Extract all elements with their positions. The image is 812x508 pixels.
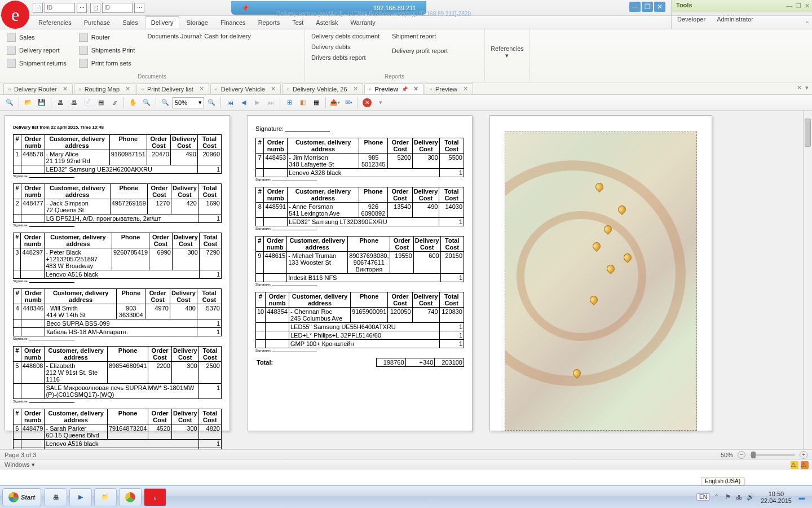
tab-close[interactable]: ✕ bbox=[463, 85, 468, 93]
menu-asterisk[interactable]: Asterisk bbox=[310, 17, 343, 28]
ribbon-item[interactable]: Delivery profit report bbox=[390, 46, 450, 55]
ribbon-item[interactable]: Drivers debts report bbox=[309, 53, 382, 62]
quick-print-icon[interactable]: 🖶 bbox=[68, 97, 80, 109]
tab-close[interactable]: ✕ bbox=[63, 85, 68, 93]
start-button[interactable]: Start bbox=[2, 488, 41, 506]
ribbon-item[interactable]: Delivery debts bbox=[309, 42, 382, 51]
show-desktop[interactable]: ▬ bbox=[797, 493, 806, 502]
next-page-icon[interactable]: ▶ bbox=[251, 97, 263, 109]
task-powershell[interactable]: ▶ bbox=[69, 488, 92, 506]
pin-icon[interactable]: 📌 bbox=[401, 86, 408, 92]
app-restore[interactable]: ❐ bbox=[796, 2, 801, 10]
ribbon-item[interactable]: Print form sets bbox=[77, 58, 138, 69]
task-app[interactable]: e bbox=[144, 488, 166, 506]
color-icon[interactable]: ◧ bbox=[297, 97, 309, 109]
tray-flag-icon[interactable]: ⚑ bbox=[723, 493, 732, 502]
ribbon-group-referencies[interactable]: Referencies ▾ bbox=[485, 29, 530, 82]
close-preview-icon[interactable]: ✕ bbox=[361, 97, 373, 109]
id-input-1[interactable] bbox=[45, 3, 75, 13]
administrator-link[interactable]: Administrator bbox=[717, 16, 753, 23]
menu-referencies[interactable]: Referencies bbox=[33, 17, 77, 28]
language-indicator[interactable]: EN bbox=[696, 493, 710, 501]
hand-tool-icon[interactable]: ✋ bbox=[127, 97, 139, 109]
magnifier-icon[interactable]: 🔍 bbox=[140, 97, 153, 109]
tab-delivery-vehicle-26[interactable]: ▫Delivery Vehicle, 26✕ bbox=[282, 83, 363, 94]
developer-link[interactable]: Developer bbox=[677, 16, 705, 23]
menu-purchase[interactable]: Purchase bbox=[78, 17, 116, 28]
menu-sales[interactable]: Sales bbox=[117, 17, 144, 28]
email-icon[interactable]: ✉▾ bbox=[342, 97, 355, 109]
ribbon-item[interactable]: Delivery debts document bbox=[309, 32, 382, 41]
ribbon-item[interactable]: Shipments Print bbox=[77, 45, 138, 56]
task-chrome[interactable] bbox=[119, 488, 142, 506]
header-footer-icon[interactable]: ▤ bbox=[95, 97, 107, 109]
tab-print-delivery-list[interactable]: ▫Print Delivery list✕ bbox=[136, 83, 209, 94]
ribbon-item[interactable]: Sales bbox=[5, 32, 69, 43]
menu-test[interactable]: Test bbox=[286, 17, 309, 28]
app-logo[interactable]: e bbox=[1, 1, 29, 29]
mdi-close[interactable]: ✕ bbox=[654, 2, 665, 12]
zoom-in-icon[interactable]: 🔍 bbox=[205, 97, 218, 109]
menu-delivery[interactable]: Delivery bbox=[145, 16, 180, 28]
ribbon-item[interactable]: Router bbox=[77, 32, 138, 43]
open-icon[interactable]: 📂 bbox=[22, 97, 34, 109]
tray-network-icon[interactable]: 🖧 bbox=[735, 493, 744, 502]
zoom-out-icon[interactable]: 🔍 bbox=[159, 97, 171, 109]
last-page-icon[interactable]: ⏭ bbox=[264, 97, 277, 109]
clock[interactable]: 10:5022.04.2015 bbox=[757, 491, 795, 504]
tab-preview[interactable]: ▫Preview📌✕ bbox=[364, 83, 424, 94]
ribbon-docs-journal[interactable]: Documents Journal: Cash for delivery bbox=[145, 32, 253, 41]
tabs-close-all[interactable]: ✕ bbox=[797, 84, 802, 91]
zoom-minus[interactable]: − bbox=[738, 451, 745, 459]
scrollbar-thumb[interactable] bbox=[805, 119, 811, 147]
tab-close[interactable]: ✕ bbox=[125, 85, 130, 93]
status-warning-icon[interactable]: ⚠ bbox=[791, 461, 798, 469]
prev-page-icon[interactable]: ◀ bbox=[237, 97, 250, 109]
mdi-restore[interactable]: ❐ bbox=[642, 2, 653, 12]
preview-page-2[interactable]: Signature: #Order numbCustomer, delivery… bbox=[247, 115, 473, 431]
menu-reports[interactable]: Reports bbox=[253, 17, 286, 28]
print-icon[interactable]: 🖶 bbox=[54, 97, 67, 109]
windows-menu[interactable]: Windows ▾ bbox=[5, 461, 35, 468]
scale-icon[interactable]: ⫽ bbox=[108, 97, 121, 109]
ribbon-item[interactable]: Delivery report bbox=[5, 45, 69, 56]
app-minimize[interactable]: — bbox=[786, 2, 792, 10]
id-icon-2[interactable]: 📑 bbox=[90, 3, 100, 13]
ribbon-item[interactable]: Shipment report bbox=[390, 32, 450, 41]
preview-page-1[interactable]: Delivery list from 22 april 2015. Time 1… bbox=[5, 115, 230, 431]
tray-up-icon[interactable]: ⌃ bbox=[712, 493, 721, 502]
id-go-2[interactable]: ⋯ bbox=[134, 3, 144, 13]
first-page-icon[interactable]: ⏮ bbox=[224, 97, 236, 109]
id-input-2[interactable] bbox=[102, 3, 133, 13]
tab-preview[interactable]: ▫Preview✕ bbox=[425, 83, 473, 94]
id-icon[interactable]: 📄 bbox=[33, 3, 43, 13]
zoom-plus[interactable]: + bbox=[800, 451, 807, 459]
tab-close[interactable]: ✕ bbox=[353, 85, 358, 93]
tab-routing-map[interactable]: ▫Routing Map✕ bbox=[74, 83, 135, 94]
ribbon-item[interactable]: Shipment returns bbox=[5, 58, 69, 69]
tray-volume-icon[interactable]: 🔊 bbox=[746, 493, 755, 502]
mdi-minimize[interactable]: — bbox=[629, 2, 641, 12]
zoom-select[interactable]: 50%▾ bbox=[173, 97, 204, 108]
tab-close[interactable]: ✕ bbox=[413, 85, 418, 93]
menu-finances[interactable]: Finances bbox=[215, 17, 251, 28]
tab-close[interactable]: ✕ bbox=[199, 85, 204, 93]
save-icon[interactable]: 💾 bbox=[36, 97, 48, 109]
find-icon[interactable]: 🔍 bbox=[3, 97, 16, 109]
menu-warranty[interactable]: Warranty bbox=[345, 17, 381, 28]
tab-delivery-router[interactable]: ▫Delivery Router✕ bbox=[3, 83, 73, 94]
task-printer[interactable]: 🖶 bbox=[45, 488, 67, 506]
watermark-icon[interactable]: ▦ bbox=[310, 97, 323, 109]
title-pin-icon[interactable]: 📌 bbox=[241, 5, 249, 12]
id-go-1[interactable]: ⋯ bbox=[77, 3, 87, 13]
toolbar-dropdown[interactable]: ▾ bbox=[374, 97, 387, 109]
app-close[interactable]: ✕ bbox=[805, 2, 810, 10]
vertical-scrollbar[interactable] bbox=[803, 111, 812, 450]
tab-close[interactable]: ✕ bbox=[271, 85, 276, 93]
preview-page-3[interactable] bbox=[489, 115, 712, 431]
menu-storage[interactable]: Storage bbox=[180, 17, 214, 28]
multipage-icon[interactable]: ⊞ bbox=[283, 97, 295, 109]
zoom-slider[interactable] bbox=[750, 454, 795, 456]
status-alert-icon[interactable]: ⚠ bbox=[801, 461, 809, 469]
page-setup-icon[interactable]: 📄 bbox=[81, 97, 94, 109]
